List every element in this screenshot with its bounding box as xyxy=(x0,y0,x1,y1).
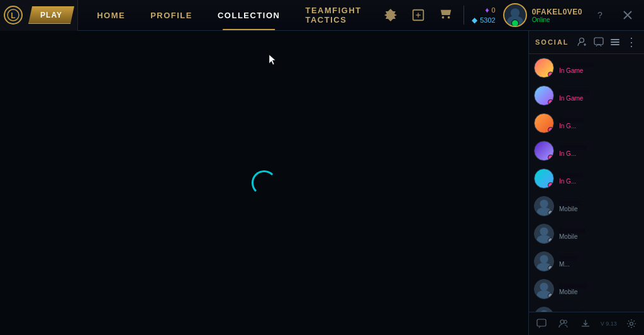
rp-row[interactable]: ♦ 0 xyxy=(485,6,495,14)
store-icon-btn[interactable] xyxy=(436,5,456,25)
friend-name-redacted xyxy=(559,62,594,67)
username: 0FAKEL0VE0 xyxy=(532,8,582,16)
svg-point-13 xyxy=(540,228,548,236)
friends-list: In Game In Game In G... xyxy=(529,54,644,312)
friend-status: M... xyxy=(559,261,639,268)
user-info: 0FAKEL0VE0 Online xyxy=(532,8,582,23)
chat-settings-btn[interactable] xyxy=(592,36,605,48)
svg-rect-7 xyxy=(594,38,603,45)
friend-name-redacted xyxy=(559,145,587,150)
friend-avatar xyxy=(534,168,554,189)
friend-item[interactable]: Mobile xyxy=(529,220,644,248)
friend-name-redacted xyxy=(559,256,578,261)
friend-status: Mobile xyxy=(559,233,639,240)
friend-status: Mobile xyxy=(559,288,639,295)
friend-item[interactable]: M... xyxy=(529,303,644,312)
user-status: Online xyxy=(532,16,582,23)
friend-status: In G... xyxy=(559,150,639,157)
nav-home[interactable]: HOME xyxy=(84,0,138,30)
friend-name-redacted xyxy=(559,90,589,95)
blue-essence-amount: 5302 xyxy=(480,16,495,24)
friend-name-redacted xyxy=(559,283,587,288)
svg-rect-10 xyxy=(611,44,619,45)
friend-status: In Game xyxy=(559,67,639,74)
friend-item[interactable]: Mobile xyxy=(529,275,644,303)
friend-info: Mobile xyxy=(559,200,639,212)
svg-point-5 xyxy=(507,16,523,26)
blue-essence-icon: ◆ xyxy=(472,16,477,25)
friend-info: M... xyxy=(559,311,639,312)
nav-teamfight[interactable]: TEAMFIGHT TACTICS xyxy=(292,0,380,30)
blue-essence-row[interactable]: ◆ 5302 xyxy=(472,16,495,25)
friend-name-redacted xyxy=(559,311,582,312)
status-dot xyxy=(548,99,553,105)
status-dot xyxy=(548,238,553,243)
status-dot xyxy=(548,155,553,160)
nav-collection[interactable]: COLLECTION xyxy=(205,0,293,30)
user-avatar xyxy=(503,3,527,27)
status-dot xyxy=(548,265,553,271)
play-button[interactable]: PLAY xyxy=(28,6,74,24)
friend-item[interactable]: Mobile xyxy=(529,192,644,220)
friend-item[interactable]: In Game xyxy=(529,82,644,109)
add-friend-btn[interactable] xyxy=(576,36,589,48)
status-dot xyxy=(548,182,553,188)
friend-avatar xyxy=(534,58,554,78)
settings-icon-btn[interactable] xyxy=(624,316,639,331)
loot-icon-btn[interactable] xyxy=(408,5,428,25)
friend-avatar xyxy=(534,141,554,161)
friend-info: In G... xyxy=(559,145,639,157)
friend-info: In G... xyxy=(559,173,639,185)
status-dot xyxy=(548,127,553,133)
user-area[interactable]: 0FAKEL0VE0 Online xyxy=(503,3,582,27)
status-dot xyxy=(548,72,553,77)
friend-info: Mobile xyxy=(559,283,639,295)
friend-item[interactable]: M... xyxy=(529,248,644,275)
svg-rect-25 xyxy=(537,319,546,326)
friend-name-redacted xyxy=(559,200,581,206)
friend-avatar xyxy=(534,113,554,133)
close-icon-btn[interactable] xyxy=(618,5,638,25)
logo-area: L PLAY xyxy=(0,0,78,31)
friend-info: M... xyxy=(559,256,639,268)
friend-avatar xyxy=(534,279,554,299)
loading-spinner xyxy=(252,170,277,195)
nav-links: HOME PROFILE COLLECTION TEAMFIGHT TACTIC… xyxy=(84,0,380,30)
friend-status: Mobile xyxy=(559,206,639,212)
friends-icon-btn[interactable] xyxy=(556,316,571,331)
topbar: L PLAY HOME PROFILE COLLECTION TEAMFIGHT… xyxy=(0,0,644,31)
friend-name-redacted xyxy=(559,228,586,233)
friend-info: In Game xyxy=(559,90,639,102)
friend-item[interactable]: In Game xyxy=(529,54,644,82)
friend-info: Mobile xyxy=(559,228,639,240)
clash-icon-btn[interactable] xyxy=(380,5,401,25)
version-text: V 9.13 xyxy=(601,321,617,327)
friend-avatar xyxy=(534,307,554,312)
list-view-btn[interactable] xyxy=(609,36,621,48)
friend-name-redacted xyxy=(559,118,584,123)
friend-status: In Game xyxy=(559,95,639,102)
svg-point-11 xyxy=(540,200,548,208)
help-icon-btn[interactable]: ? xyxy=(590,5,610,25)
friend-status: In G... xyxy=(559,178,639,185)
topbar-divider xyxy=(464,6,464,25)
rp-icon: ♦ xyxy=(485,6,489,14)
more-options-btn[interactable]: ⋮ xyxy=(625,36,638,48)
friend-avatar xyxy=(534,196,554,216)
social-bottom: V 9.13 xyxy=(529,312,644,335)
svg-text:L: L xyxy=(11,11,15,20)
svg-point-15 xyxy=(540,255,548,263)
social-title: SOCIAL xyxy=(535,38,569,46)
social-header: SOCIAL xyxy=(529,31,644,54)
status-dot xyxy=(548,293,553,299)
friend-name-redacted xyxy=(559,173,583,178)
friend-item[interactable]: In G... xyxy=(529,137,644,165)
spinner-ring xyxy=(252,170,277,195)
friend-item[interactable]: In G... xyxy=(529,109,644,137)
friend-info: In G... xyxy=(559,118,639,129)
nav-profile[interactable]: PROFILE xyxy=(138,0,205,30)
social-actions: ⋮ xyxy=(576,36,638,48)
friend-item[interactable]: In G... xyxy=(529,165,644,192)
chat-icon-btn[interactable] xyxy=(534,316,549,331)
download-icon-btn[interactable] xyxy=(578,316,593,331)
